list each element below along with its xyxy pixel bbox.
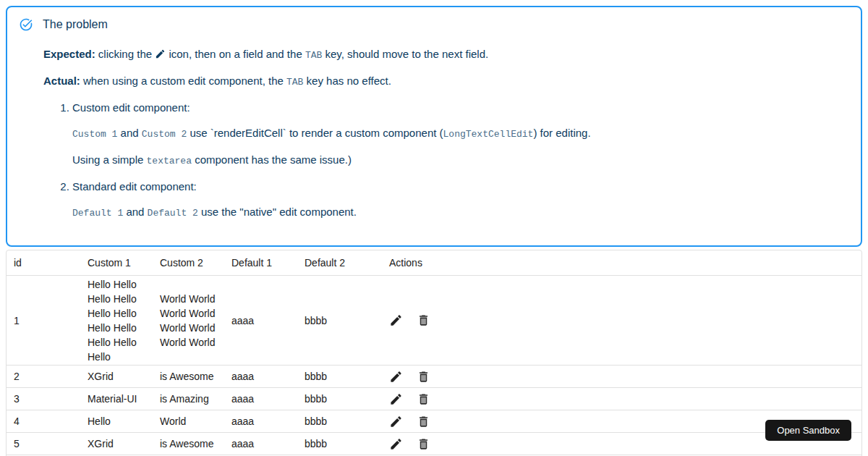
text-run: and xyxy=(117,127,141,139)
column-header-custom2[interactable]: Custom 2 xyxy=(153,250,224,275)
actual-text-2: key has no effect. xyxy=(303,75,391,87)
alert-header: The problem xyxy=(19,16,849,32)
cell-default2[interactable]: bbbb xyxy=(297,276,382,365)
text-run: use the "native" edit component. xyxy=(198,206,357,218)
cell-default1[interactable]: aaaa xyxy=(224,410,297,432)
code-default-2: Default 2 xyxy=(148,208,198,219)
expected-text-1: clicking the xyxy=(95,48,152,60)
delete-trash-icon[interactable] xyxy=(417,370,430,384)
column-header-id[interactable]: id xyxy=(7,250,80,275)
cell-default2[interactable]: bbbb xyxy=(297,366,382,387)
cell-custom1[interactable]: Hello xyxy=(80,410,153,432)
expected-code-tab: TAB xyxy=(305,50,322,61)
table-row: 3Material-UIis Amazingaaaabbbb xyxy=(7,388,861,410)
cell-default1[interactable]: aaaa xyxy=(224,433,297,455)
cell-custom2[interactable]: is Awesome xyxy=(153,366,224,387)
edit-pencil-icon[interactable] xyxy=(389,370,403,384)
actual-code-tab: TAB xyxy=(286,77,303,88)
open-sandbox-button[interactable]: Open Sandbox xyxy=(765,420,851,441)
edit-pencil-icon[interactable] xyxy=(389,415,403,428)
page: The problem Expected: clicking the icon,… xyxy=(0,0,868,456)
cell-custom2[interactable]: is Amazing xyxy=(153,388,224,410)
text-run: and xyxy=(123,206,147,218)
edit-pencil-icon xyxy=(155,48,166,60)
cell-default1[interactable]: aaaa xyxy=(224,366,297,387)
cell-actions xyxy=(382,410,476,432)
list-item-standard-edit: Standard edit component: Default 1 and D… xyxy=(72,179,849,221)
cell-default1[interactable]: aaaa xyxy=(224,388,297,410)
alert-body: Expected: clicking the icon, then on a f… xyxy=(43,46,849,221)
expected-text-3: key, should move to the next field. xyxy=(322,48,488,60)
delete-trash-icon[interactable] xyxy=(417,437,430,451)
list-item-custom-edit: Custom edit component: Custom 1 and Cust… xyxy=(72,100,849,169)
edit-pencil-icon[interactable] xyxy=(389,437,403,451)
problem-alert: The problem Expected: clicking the icon,… xyxy=(6,6,862,247)
cell-custom1[interactable]: Material-UI xyxy=(80,388,153,410)
cell-custom1[interactable]: Hello Hello Hello Hello Hello Hello Hell… xyxy=(80,276,153,365)
custom-edit-paragraph: Custom 1 and Custom 2 use `renderEditCel… xyxy=(72,125,849,142)
cell-id[interactable]: 3 xyxy=(7,388,80,410)
list-item-heading: Standard edit component: xyxy=(72,179,849,194)
code-custom-1: Custom 1 xyxy=(72,129,117,140)
column-header-actions[interactable]: Actions xyxy=(382,250,476,275)
data-grid: idCustom 1Custom 2Default 1Default 2Acti… xyxy=(6,250,862,456)
table-row: 1Hello Hello Hello Hello Hello Hello Hel… xyxy=(7,276,861,366)
column-header-default1[interactable]: Default 1 xyxy=(224,250,297,275)
edit-pencil-icon[interactable] xyxy=(389,392,403,406)
actual-line: Actual: when using a custom edit compone… xyxy=(43,73,849,90)
cell-id[interactable]: 2 xyxy=(7,366,80,387)
actual-label: Actual: xyxy=(43,75,80,87)
cell-custom1[interactable]: XGrid xyxy=(80,366,153,387)
code-longtextcelledit: LongTextCellEdit xyxy=(443,129,534,140)
cell-id[interactable]: 5 xyxy=(7,433,80,455)
table-row: 5XGridis Awesomeaaaabbbb xyxy=(7,433,861,455)
textarea-paragraph: Using a simple textarea component has th… xyxy=(72,152,849,169)
expected-label: Expected: xyxy=(43,48,95,60)
cell-id[interactable]: 4 xyxy=(7,410,80,432)
delete-trash-icon[interactable] xyxy=(417,415,430,428)
list-item-heading: Custom edit component: xyxy=(72,100,849,115)
edit-pencil-icon[interactable] xyxy=(389,313,403,327)
column-header-default2[interactable]: Default 2 xyxy=(297,250,382,275)
cell-default2[interactable]: bbbb xyxy=(297,410,382,432)
cell-default2[interactable]: bbbb xyxy=(297,388,382,410)
delete-trash-icon[interactable] xyxy=(417,313,430,327)
code-textarea: textarea xyxy=(147,156,192,166)
cell-actions xyxy=(382,433,476,455)
text-run: component has the same issue.) xyxy=(192,153,352,166)
expected-line: Expected: clicking the icon, then on a f… xyxy=(43,46,849,63)
cell-default1[interactable]: aaaa xyxy=(224,276,297,365)
table-row: 4HelloWorldaaaabbbb xyxy=(7,410,861,433)
table-row: 2XGridis Awesomeaaaabbbb xyxy=(7,366,861,388)
grid-header-row: idCustom 1Custom 2Default 1Default 2Acti… xyxy=(7,250,861,276)
cell-id[interactable]: 1 xyxy=(7,276,80,365)
delete-trash-icon[interactable] xyxy=(417,392,430,406)
alert-title: The problem xyxy=(43,18,108,31)
cell-custom2[interactable]: World xyxy=(153,410,224,432)
actual-text-1: when using a custom edit component, the xyxy=(80,75,286,87)
cell-actions xyxy=(382,276,476,365)
cell-actions xyxy=(382,366,476,387)
cell-actions xyxy=(382,388,476,410)
check-circle-icon xyxy=(19,17,33,32)
cell-custom1[interactable]: XGrid xyxy=(80,433,153,455)
text-run: use `renderEditCell` to render a custom … xyxy=(187,127,443,139)
cell-custom2[interactable]: World World World World World World Worl… xyxy=(153,276,224,365)
code-custom-2: Custom 2 xyxy=(142,129,187,140)
text-run: ) for editing. xyxy=(533,127,590,139)
grid-body: 1Hello Hello Hello Hello Hello Hello Hel… xyxy=(7,276,861,456)
cell-default2[interactable]: bbbb xyxy=(297,433,382,455)
code-default-1: Default 1 xyxy=(72,208,123,219)
text-run: Using a simple xyxy=(72,153,147,166)
expected-text-2: icon, then on a field and the xyxy=(166,48,305,60)
column-header-custom1[interactable]: Custom 1 xyxy=(80,250,153,275)
cell-custom2[interactable]: is Awesome xyxy=(153,433,224,455)
standard-edit-paragraph: Default 1 and Default 2 use the "native"… xyxy=(72,204,849,221)
problem-list: Custom edit component: Custom 1 and Cust… xyxy=(43,100,849,221)
